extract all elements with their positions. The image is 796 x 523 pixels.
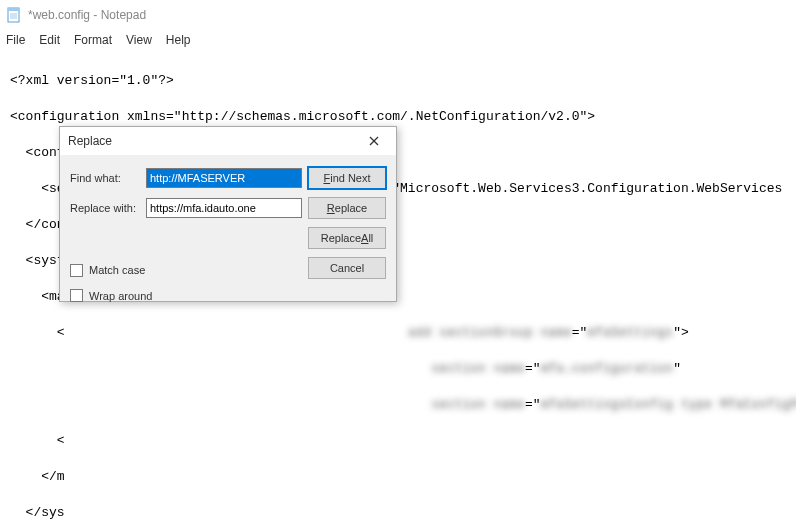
editor-line: </sys: [10, 504, 786, 522]
editor-line: <: [10, 432, 786, 450]
editor-line: < add sectionGroup name="mfaSettings">: [10, 324, 786, 342]
svg-rect-1: [8, 8, 19, 11]
menubar: File Edit Format View Help: [0, 30, 796, 50]
wrap-around-checkbox[interactable]: [70, 289, 83, 302]
menu-format[interactable]: Format: [74, 33, 112, 47]
wrap-around-label: Wrap around: [89, 290, 152, 302]
menu-view[interactable]: View: [126, 33, 152, 47]
close-icon[interactable]: [360, 131, 388, 151]
find-what-input[interactable]: [146, 168, 302, 188]
replace-dialog: Replace Find what: Find Next Replace wit…: [59, 126, 397, 302]
window-title: *web.config - Notepad: [28, 8, 146, 22]
menu-help[interactable]: Help: [166, 33, 191, 47]
editor-line: <?xml version="1.0"?>: [10, 72, 786, 90]
dialog-titlebar[interactable]: Replace: [60, 127, 396, 155]
replace-button[interactable]: Replace: [308, 197, 386, 219]
replace-with-input[interactable]: [146, 198, 302, 218]
dialog-title: Replace: [68, 134, 112, 148]
replace-all-button[interactable]: Replace All: [308, 227, 386, 249]
cancel-button[interactable]: Cancel: [308, 257, 386, 279]
menu-edit[interactable]: Edit: [39, 33, 60, 47]
find-next-button[interactable]: Find Next: [308, 167, 386, 189]
editor-line: section name="mfaSettingsConfig type Mfa…: [10, 396, 786, 414]
match-case-checkbox[interactable]: [70, 264, 83, 277]
match-case-label: Match case: [89, 264, 145, 276]
editor-line: </m: [10, 468, 786, 486]
notepad-icon: [6, 7, 22, 23]
replace-with-label: Replace with:: [70, 202, 140, 214]
find-what-label: Find what:: [70, 172, 140, 184]
window-titlebar: *web.config - Notepad: [0, 0, 796, 30]
editor-line: section name="mfa.configuration": [10, 360, 786, 378]
menu-file[interactable]: File: [6, 33, 25, 47]
editor-line: <configuration xmlns="http://schemas.mic…: [10, 108, 786, 126]
